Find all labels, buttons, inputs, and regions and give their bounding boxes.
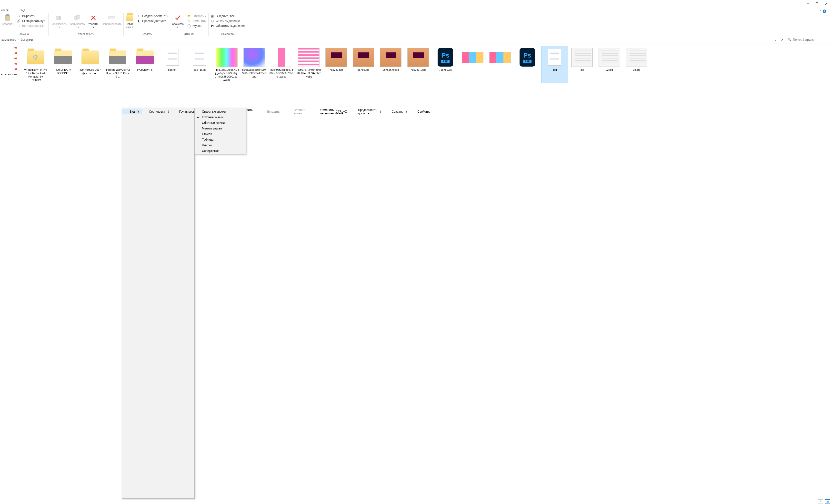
context-item[interactable]: Обычные значки xyxy=(194,120,246,126)
context-item[interactable]: Отменить переименованиеCTRL+Z xyxy=(313,109,350,114)
breadcrumb-part-computer[interactable]: компьютер xyxy=(1,38,16,42)
refresh-button[interactable]: ⟳ xyxy=(778,38,786,42)
properties-button[interactable]: Свойства ▾ xyxy=(172,14,184,29)
details-view-button[interactable]: ≣ xyxy=(818,499,823,504)
file-name: 765789.ps xyxy=(439,68,451,72)
context-item[interactable]: Таблица xyxy=(194,137,246,142)
easy-access-button[interactable]: ◧Простой доступ ▾ xyxy=(137,19,168,23)
context-item[interactable]: Список xyxy=(194,131,246,137)
file-item[interactable]: HTB188EIXea5K1Rjt_a0q6zGdVXa8.jpg_480x48… xyxy=(214,46,240,83)
move-to-label: Переместить в ▾ xyxy=(51,22,67,29)
file-name: H0ba9d2dccffa49079fd1eb965f3a179a9.jpg xyxy=(242,68,266,78)
file-item[interactable]: .jpg xyxy=(542,46,568,83)
invert-selection-button[interactable]: ◩Обратить выделение xyxy=(210,24,245,28)
file-item[interactable]: H2ff27b7f349c43efb28b874cc3b94e3bP.webp xyxy=(296,46,322,83)
copy-to-label: Копировать в ▾ xyxy=(70,22,85,29)
address-dropdown-button[interactable]: ⌄ xyxy=(773,38,778,42)
ribbon-collapse-button[interactable]: ^ xyxy=(820,9,821,13)
context-item[interactable]: Предоставить доступ к❯ xyxy=(351,109,384,114)
delete-button[interactable]: Удалить ▾ xyxy=(88,14,99,29)
context-item[interactable]: Содержимое xyxy=(194,148,246,154)
pin-icon: 📌 xyxy=(14,51,18,55)
breadcrumb[interactable]: компьютер › Загрузки xyxy=(0,38,773,42)
chevron-right-icon: › xyxy=(18,38,19,41)
cut-label: Вырезать xyxy=(22,15,35,18)
path-icon: 🔗 xyxy=(17,19,21,23)
file-item[interactable] xyxy=(487,46,513,83)
file-item[interactable] xyxy=(460,46,486,83)
nav-pane[interactable]: 📌 📌 📌 📌 📌 во всей пап xyxy=(0,44,18,499)
file-item[interactable]: 98765678.jpg xyxy=(378,46,404,83)
search-input[interactable] xyxy=(793,38,830,42)
new-folder-label: Новая папка xyxy=(126,22,133,29)
file-item[interactable]: ПОВЕРБАНК ВОЗВРАТ xyxy=(50,46,76,83)
clipboard-icon xyxy=(4,14,11,22)
tab-share[interactable]: иться xyxy=(0,7,9,13)
select-none-button[interactable]: ▢Снять выделение xyxy=(210,19,245,23)
new-folder-button[interactable]: Новая папка xyxy=(126,14,133,29)
pin-icon: 📌 xyxy=(14,56,18,60)
file-name: H7c40df0ccb3e47488ea3d55379a79b9ch.webp xyxy=(269,68,294,78)
new-item-button[interactable]: ✦Создать элемент ▾ xyxy=(137,14,168,18)
file-item[interactable]: 555 (1).txt xyxy=(186,46,213,83)
minimize-button[interactable] xyxy=(806,2,810,5)
file-item[interactable]: .jpg xyxy=(569,46,595,83)
context-submenu-view[interactable]: Огромные значкиКрупные значки●Обычные зн… xyxy=(194,108,246,154)
file-item[interactable]: Vit Registry Fix Pro 12.7 RePack (& Port… xyxy=(22,46,49,83)
file-name: 765789.jpg xyxy=(330,68,343,72)
file-item[interactable]: PsPSD765789.ps xyxy=(432,46,459,83)
icons-view-button[interactable]: ▦ xyxy=(825,499,830,504)
ribbon-group-open: Свойства ▾ 📂Открыть ▾ ✎Изменить 🕘Журнал … xyxy=(170,13,209,36)
context-item[interactable]: Огромные значки xyxy=(194,109,246,114)
nav-item[interactable]: во всей пап xyxy=(1,73,17,76)
context-menu[interactable]: Вид❯Сортировка❯Группировка❯ОбновитьНастр… xyxy=(122,108,194,499)
file-item[interactable]: Фото на документы Профи 9.0 RePack (& … xyxy=(104,46,131,83)
file-item[interactable]: 02.jpg xyxy=(596,46,622,83)
chevron-right-icon: ❯ xyxy=(167,110,170,113)
group-label-select: Выделить xyxy=(210,32,245,35)
svg-rect-11 xyxy=(108,17,115,19)
file-item[interactable]: 555.txt xyxy=(159,46,185,83)
file-item[interactable]: для прмьер 2017 эфекты текста xyxy=(77,46,103,83)
rename-icon xyxy=(108,14,115,22)
move-to-button: Переместить в ▾ xyxy=(51,14,67,29)
help-icon[interactable]: ? xyxy=(823,9,826,13)
search-box[interactable]: 🔍 xyxy=(786,38,832,42)
file-item[interactable]: 765789.jpg xyxy=(323,46,349,83)
close-button[interactable] xyxy=(825,2,828,5)
file-thumbnail xyxy=(407,47,429,67)
group-label-new: Создать xyxy=(126,32,168,35)
file-item[interactable]: 765789…jpg xyxy=(405,46,431,83)
context-item[interactable]: Крупные значки● xyxy=(194,114,246,120)
file-item[interactable]: H0ba9d2dccffa49079fd1eb965f3a179a9.jpg xyxy=(241,46,267,83)
file-item[interactable]: 03.jpg xyxy=(623,46,650,83)
context-item[interactable]: Вид❯ xyxy=(122,109,142,114)
ribbon-group-select: ▦Выделить все ▢Снять выделение ◩Обратить… xyxy=(209,13,247,36)
file-thumbnail xyxy=(598,47,621,67)
paste-label: Вставить xyxy=(2,22,14,26)
context-item[interactable]: Сортировка❯ xyxy=(142,109,172,114)
context-item[interactable]: Создать❯ xyxy=(384,109,410,114)
context-item[interactable]: Плитка xyxy=(194,142,246,148)
file-item[interactable]: РАЗОБРАТЬ xyxy=(132,46,158,83)
file-item[interactable]: PsPSD xyxy=(514,46,541,83)
file-name: 98765678.jpg xyxy=(383,68,399,72)
file-item[interactable]: H7c40df0ccb3e47488ea3d55379a79b9ch.webp xyxy=(268,46,295,83)
file-name: 555 (1).txt xyxy=(193,68,206,72)
copy-path-button[interactable]: 🔗Скопировать путь xyxy=(17,19,46,23)
breadcrumb-part-downloads[interactable]: Загрузки xyxy=(21,38,33,42)
select-all-button[interactable]: ▦Выделить все xyxy=(210,14,245,18)
file-item[interactable]: 56789.jpg xyxy=(350,46,376,83)
file-name: H2ff27b7f349c43efb28b874cc3b94e3bP.webp xyxy=(296,68,321,78)
context-item[interactable]: Свойства xyxy=(410,109,437,114)
tab-view[interactable]: Вид xyxy=(19,7,26,13)
history-button[interactable]: 🕘Журнал xyxy=(187,24,206,28)
file-thumbnail xyxy=(79,47,102,67)
maximize-button[interactable] xyxy=(815,2,819,5)
context-item[interactable]: Мелкие значки xyxy=(194,126,246,131)
bullet-icon: ● xyxy=(197,115,199,119)
cut-button[interactable]: ✂Вырезать xyxy=(17,14,46,18)
file-name: 56789.jpg xyxy=(358,68,369,72)
file-name: .jpg xyxy=(580,68,584,72)
svg-rect-5 xyxy=(6,15,9,16)
